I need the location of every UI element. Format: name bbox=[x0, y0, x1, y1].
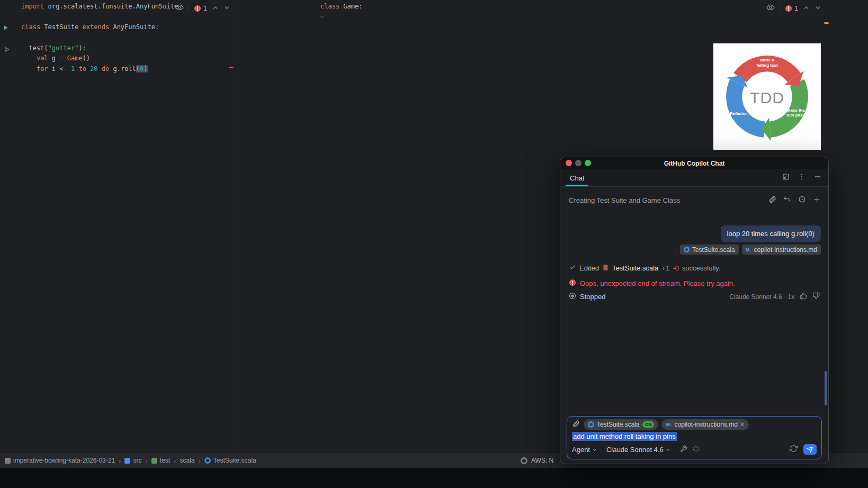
attach-icon[interactable] bbox=[572, 420, 580, 430]
model-label: Claude Sonnet 4.6 bbox=[606, 446, 664, 454]
chevron-down-icon bbox=[665, 447, 671, 453]
breadcrumb-separator: › bbox=[174, 457, 176, 465]
stopped-record-icon bbox=[569, 292, 576, 301]
error-count: 1 bbox=[794, 5, 798, 12]
open-in-editor-icon[interactable] bbox=[782, 173, 790, 183]
error-message-row: Oops, unexpected end of stream. Please t… bbox=[569, 279, 820, 288]
undo-icon[interactable] bbox=[783, 195, 791, 205]
close-window-button[interactable] bbox=[566, 160, 572, 166]
code-editor-left[interactable]: import org.scalatest.funsuite.AnyFunSuit… bbox=[0, 0, 236, 453]
run-class-gutter-icon[interactable] bbox=[2, 24, 9, 33]
thread-header: Creating Test Suite and Game Class bbox=[560, 187, 828, 205]
tdd-label-refactor: Refactor bbox=[730, 111, 747, 116]
breadcrumb-item[interactable]: TestSuite.scala bbox=[204, 457, 256, 464]
prev-error-icon[interactable] bbox=[212, 4, 219, 13]
send-button[interactable] bbox=[803, 444, 817, 455]
mode-dropdown[interactable]: Agent bbox=[572, 446, 597, 454]
error-icon bbox=[194, 5, 201, 12]
breadcrumb-separator: › bbox=[119, 457, 121, 465]
close-icon[interactable]: × bbox=[740, 422, 745, 427]
code-line[interactable] bbox=[21, 33, 236, 43]
stopped-label: Stopped bbox=[580, 293, 605, 301]
test-folder-icon bbox=[151, 458, 157, 464]
code-line[interactable]: test("gutter"): bbox=[21, 43, 236, 54]
code-line[interactable]: for i <- 1 to 20 do g.roll(0) bbox=[21, 64, 236, 75]
markdown-icon: M↓ bbox=[666, 422, 672, 427]
markdown-icon: M↓ bbox=[746, 247, 751, 252]
warning-stripe-mark[interactable] bbox=[824, 22, 829, 24]
zoom-window-button[interactable] bbox=[585, 160, 591, 166]
edited-status-row: Edited TestSuite.scala +1 -0 successfull… bbox=[569, 264, 820, 273]
aws-status-widget[interactable]: AWS: N bbox=[521, 457, 553, 464]
context-chip[interactable]: M↓copilot-instructions.md× bbox=[661, 419, 749, 430]
edited-action-label: Edited bbox=[579, 264, 599, 272]
inspection-widget-left[interactable]: 1 bbox=[175, 3, 230, 14]
breadcrumb-item[interactable]: test bbox=[151, 457, 170, 464]
tdd-diagram: Write afailing test Make thetest pass Re… bbox=[713, 43, 821, 150]
context-chip[interactable]: TestSuite.scala bbox=[680, 245, 739, 255]
chip-on-badge[interactable]: ON bbox=[642, 421, 655, 428]
code-line[interactable]: val g = Game() bbox=[21, 53, 236, 64]
thumbs-down-icon[interactable] bbox=[812, 292, 820, 301]
diff-added-count: +1 bbox=[661, 264, 669, 272]
kebab-menu-icon[interactable] bbox=[798, 173, 806, 183]
breadcrumb-item[interactable]: scala bbox=[180, 457, 194, 464]
new-chat-icon[interactable] bbox=[813, 195, 821, 205]
error-icon bbox=[785, 5, 792, 12]
project-icon bbox=[5, 458, 11, 464]
chat-scrollbar[interactable] bbox=[825, 371, 827, 405]
scala-file-icon bbox=[602, 264, 609, 273]
error-count-badge[interactable]: 1 bbox=[785, 5, 798, 12]
regenerate-icon[interactable] bbox=[790, 445, 798, 454]
input-text-row[interactable]: add unit method roll taking in pins bbox=[572, 432, 817, 440]
breadcrumb-item[interactable]: imperative-bowling-kata-2026-03-21 bbox=[5, 457, 115, 464]
attach-icon[interactable] bbox=[768, 195, 776, 205]
next-error-icon[interactable] bbox=[815, 4, 821, 13]
breadcrumb-label: TestSuite.scala bbox=[213, 457, 256, 464]
chat-titlebar[interactable]: GitHub Copilot Chat bbox=[560, 157, 828, 169]
hide-panel-icon[interactable] bbox=[813, 173, 822, 183]
breadcrumb-separator: › bbox=[145, 457, 147, 465]
edited-file-name[interactable]: TestSuite.scala bbox=[612, 264, 658, 272]
context-chip[interactable]: TestSuite.scalaON bbox=[584, 419, 658, 430]
error-icon bbox=[569, 279, 576, 288]
inspection-widget-right[interactable]: 1 bbox=[766, 3, 821, 14]
chip-label: TestSuite.scala bbox=[597, 421, 640, 428]
minimize-window-button[interactable] bbox=[575, 160, 581, 166]
code-line[interactable]: class TestSuite extends AnyFunSuite: bbox=[21, 22, 236, 33]
aws-status-icon bbox=[521, 457, 527, 464]
chip-label: TestSuite.scala bbox=[692, 246, 735, 254]
preview-eye-icon[interactable] bbox=[766, 3, 775, 14]
input-context-chips: TestSuite.scalaONM↓copilot-instructions.… bbox=[584, 419, 749, 430]
desktop-background bbox=[0, 468, 868, 488]
src-folder-icon bbox=[124, 458, 130, 464]
copilot-chat-window[interactable]: GitHub Copilot Chat Chat Creating Test S… bbox=[560, 157, 829, 464]
chat-input-text[interactable]: add unit method roll taking in pins bbox=[572, 432, 677, 441]
error-stripe-mark[interactable] bbox=[229, 67, 234, 68]
breadcrumb: imperative-bowling-kata-2026-03-21›src›t… bbox=[5, 457, 256, 465]
mode-label: Agent bbox=[572, 446, 590, 454]
tdd-center-text: TDD bbox=[750, 89, 784, 106]
history-icon[interactable] bbox=[798, 195, 806, 205]
prev-error-icon[interactable] bbox=[803, 4, 810, 13]
thumbs-up-icon[interactable] bbox=[800, 292, 807, 301]
tab-chat[interactable]: Chat bbox=[567, 169, 587, 186]
run-test-gutter-icon[interactable] bbox=[4, 45, 10, 55]
breadcrumb-item[interactable]: src bbox=[124, 457, 141, 464]
next-error-icon[interactable] bbox=[223, 4, 230, 13]
chat-input-box[interactable]: TestSuite.scalaONM↓copilot-instructions.… bbox=[567, 416, 822, 459]
message-context-chips: TestSuite.scalaM↓copilot-instructions.md bbox=[568, 245, 821, 255]
breadcrumb-label: imperative-bowling-kata-2026-03-21 bbox=[13, 457, 115, 464]
widget-divider bbox=[780, 5, 780, 13]
dashed-circle-icon[interactable] bbox=[692, 445, 700, 454]
scala-test-icon bbox=[684, 247, 690, 252]
input-context-row: TestSuite.scalaONM↓copilot-instructions.… bbox=[572, 419, 817, 430]
chat-tab-bar: Chat bbox=[560, 169, 828, 187]
breadcrumb-label: test bbox=[160, 457, 170, 464]
context-chip[interactable]: M↓copilot-instructions.md bbox=[742, 245, 821, 255]
error-count-badge[interactable]: 1 bbox=[194, 5, 207, 12]
model-dropdown[interactable]: Claude Sonnet 4.6 bbox=[606, 446, 671, 454]
tools-icon[interactable] bbox=[680, 445, 687, 454]
breadcrumb-label: src bbox=[133, 457, 141, 464]
preview-eye-icon[interactable] bbox=[175, 3, 184, 14]
